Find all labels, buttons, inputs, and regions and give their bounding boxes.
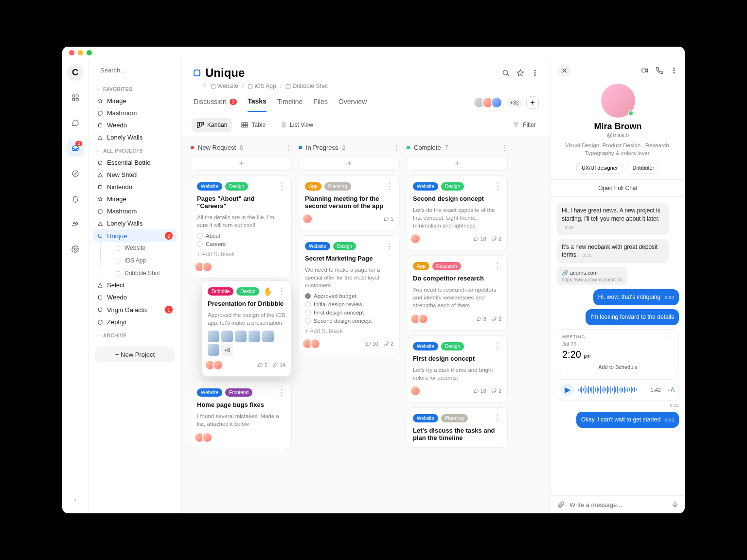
- card-menu-button[interactable]: ⋮: [386, 182, 393, 191]
- sidebar-subitem[interactable]: ▢Website: [111, 242, 177, 254]
- assignee-avatar[interactable]: [302, 213, 313, 224]
- card-menu-button[interactable]: ⋮: [278, 182, 285, 191]
- filter-button[interactable]: Filter: [507, 118, 541, 132]
- sidebar-item[interactable]: Mirage: [93, 95, 177, 107]
- rail-inbox[interactable]: 2: [67, 140, 84, 157]
- card-menu-button[interactable]: ⋮: [494, 414, 501, 423]
- add-member-button[interactable]: +: [526, 96, 539, 109]
- assignee-avatar[interactable]: [410, 385, 421, 396]
- attach-icon[interactable]: [557, 501, 565, 508]
- task-card[interactable]: WebsiteFrontend⋮Home page bugs fixesI fo…: [191, 382, 292, 449]
- mic-icon[interactable]: [671, 501, 679, 508]
- open-full-chat-button[interactable]: Open Full Chat: [551, 179, 685, 197]
- task-card[interactable]: AppResearch⋮Do competitor researchYou ne…: [407, 255, 508, 330]
- comments-count[interactable]: 18: [473, 236, 486, 242]
- comments-count[interactable]: 3: [476, 316, 486, 322]
- comments-count[interactable]: 18: [473, 388, 486, 394]
- attachments-count[interactable]: 2: [491, 316, 501, 322]
- sidebar-search[interactable]: [93, 64, 177, 76]
- add-to-schedule-button[interactable]: Add to Schedule: [562, 364, 674, 370]
- add-card-button[interactable]: +: [191, 156, 292, 171]
- attachment-thumbs[interactable]: +8: [208, 331, 285, 356]
- card-menu-button[interactable]: ⋮: [494, 262, 501, 271]
- waveform[interactable]: [578, 385, 647, 395]
- add-card-button[interactable]: +: [299, 156, 400, 171]
- search-icon[interactable]: [502, 69, 510, 77]
- assignee-avatar[interactable]: [213, 360, 223, 370]
- task-card[interactable]: WebsiteDesign⋮Secret Marketing PageWe ne…: [299, 235, 400, 355]
- minimize-window-dot[interactable]: [78, 50, 83, 55]
- more-icon[interactable]: [670, 67, 678, 74]
- task-card[interactable]: WebsitePlanning⋮Let's discuss the tasks …: [407, 407, 508, 448]
- comments-count[interactable]: 1: [383, 216, 393, 222]
- assignee-avatar[interactable]: [202, 262, 213, 272]
- subtask-item[interactable]: Careers: [197, 241, 285, 247]
- sidebar-subitem[interactable]: ▢Dribbble Shot: [111, 267, 177, 279]
- view-table[interactable]: Table: [236, 118, 270, 132]
- rail-chat[interactable]: [67, 115, 84, 131]
- assignee-avatar[interactable]: [310, 338, 320, 349]
- new-project-button[interactable]: + New Project: [95, 347, 175, 362]
- play-button[interactable]: ▶: [561, 384, 574, 396]
- add-subtask-button[interactable]: + Add Subtask: [305, 328, 393, 334]
- sidebar-item[interactable]: Select: [93, 279, 177, 291]
- rail-notifications[interactable]: [67, 191, 84, 207]
- video-icon[interactable]: [641, 67, 649, 74]
- members-more[interactable]: +32: [506, 98, 522, 107]
- column-menu-button[interactable]: ⋮: [285, 144, 292, 151]
- subtask-item[interactable]: Initial design review: [305, 301, 393, 307]
- rail-team[interactable]: [67, 216, 84, 232]
- member-avatars[interactable]: [476, 97, 502, 108]
- close-chat-button[interactable]: ✕: [558, 64, 570, 77]
- card-menu-button[interactable]: ⋮: [494, 342, 501, 351]
- card-menu-button[interactable]: ⋮: [278, 388, 285, 397]
- card-menu-button[interactable]: ⋮: [669, 334, 674, 339]
- sidebar-subitem[interactable]: ▢iOS App: [111, 255, 177, 266]
- transcript-button[interactable]: →A: [665, 386, 675, 393]
- phone-icon[interactable]: [656, 67, 663, 74]
- app-logo[interactable]: C: [67, 64, 84, 81]
- column-menu-button[interactable]: ⋮: [501, 144, 508, 151]
- all-projects-header[interactable]: ALL PROJECTS: [95, 148, 177, 154]
- comments-count[interactable]: 2: [257, 362, 267, 368]
- chat-link-card[interactable]: 🔗 acorns.comhttps://www.acorns.com 8:30: [557, 267, 627, 285]
- close-window-dot[interactable]: [69, 50, 74, 55]
- breadcrumb-item[interactable]: ▢ Website: [211, 83, 238, 89]
- sidebar-item[interactable]: Mashroom: [93, 205, 177, 217]
- subtask-item[interactable]: Approved budget: [305, 293, 393, 299]
- subtask-item[interactable]: About: [197, 233, 285, 239]
- task-card[interactable]: WebsiteDesign⋮Pages "About" and "Careers…: [191, 175, 292, 279]
- sidebar-item[interactable]: Weedo: [93, 119, 177, 131]
- project-tab[interactable]: Discussion3: [194, 98, 237, 111]
- project-tab[interactable]: Overview: [338, 98, 367, 111]
- sidebar-item[interactable]: Essential Bottle: [93, 157, 177, 169]
- add-subtask-button[interactable]: + Add Subtask: [197, 251, 285, 258]
- card-menu-button[interactable]: ⋮: [494, 182, 501, 191]
- column-menu-button[interactable]: ⋮: [393, 144, 400, 151]
- subtask-item[interactable]: Second design concept: [305, 318, 393, 324]
- sidebar-item[interactable]: New Shtetl: [93, 169, 177, 181]
- favorites-header[interactable]: FAVORITES: [95, 87, 177, 92]
- view-kanban[interactable]: Kanban: [192, 118, 232, 132]
- rail-settings[interactable]: [67, 241, 84, 258]
- project-tab[interactable]: Timeline: [277, 98, 302, 111]
- task-card[interactable]: AppPlanning⋮Planning meeting for the sec…: [299, 175, 400, 230]
- rail-apps[interactable]: [67, 89, 84, 106]
- rail-tasks[interactable]: [67, 165, 84, 182]
- project-tab[interactable]: Tasks: [248, 97, 267, 112]
- task-card[interactable]: WebsiteDesign⋮Second design conceptLet's…: [407, 175, 508, 250]
- sidebar-item[interactable]: Mirage: [93, 193, 177, 205]
- view-list[interactable]: List View: [274, 118, 318, 132]
- sidebar-item[interactable]: Mashroom: [93, 107, 177, 119]
- sidebar-item[interactable]: Virgin Galactic1: [93, 303, 177, 316]
- message-input[interactable]: [569, 501, 666, 508]
- profile-avatar[interactable]: [601, 84, 635, 118]
- sidebar-item[interactable]: Zephyr: [93, 316, 177, 328]
- attachments-count[interactable]: 2: [491, 388, 501, 394]
- subtask-item[interactable]: First design concept: [305, 310, 393, 315]
- sidebar-item[interactable]: Nintendo: [93, 181, 177, 193]
- more-icon[interactable]: [531, 69, 539, 77]
- add-card-button[interactable]: +: [407, 156, 508, 171]
- sidebar-item[interactable]: Weedo: [93, 291, 177, 303]
- breadcrumb-item[interactable]: ▢ Dribbble Shot: [285, 83, 328, 89]
